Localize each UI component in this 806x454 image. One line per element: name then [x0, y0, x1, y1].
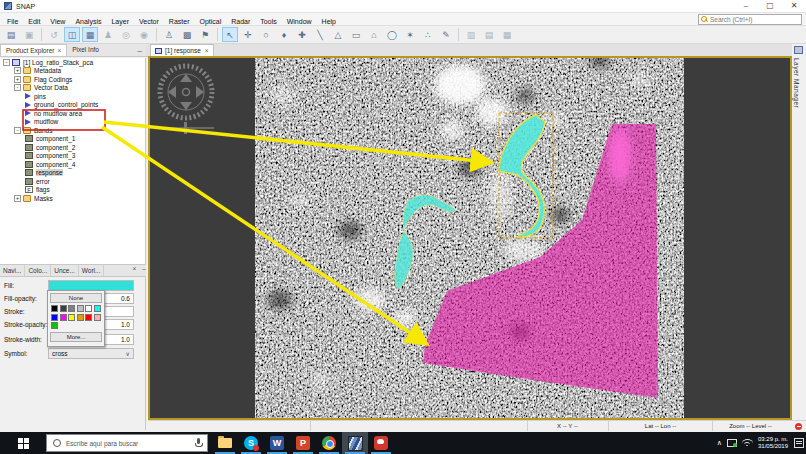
taskbar-app-word[interactable]: W: [264, 432, 290, 454]
tree-item-component-3[interactable]: component_3: [0, 152, 145, 161]
pin-manager-icon[interactable]: ♟: [100, 27, 116, 42]
clock[interactable]: 03:29 p. m. 31/05/2019: [758, 436, 788, 450]
tree-item-component-4[interactable]: component_4: [0, 160, 145, 169]
menu-file[interactable]: File: [2, 18, 23, 25]
color-swatch[interactable]: [60, 305, 67, 312]
color-swatch[interactable]: [51, 305, 58, 312]
menu-edit[interactable]: Edit: [23, 18, 45, 25]
tab-worl[interactable]: Worl...: [79, 265, 105, 276]
tree-item-component-1[interactable]: component_1: [0, 135, 145, 144]
select-tool-icon[interactable]: ↖: [222, 27, 238, 42]
tree-item-ground-control-points[interactable]: ground_control_points: [0, 101, 145, 110]
pin-insert-icon[interactable]: ♦: [276, 27, 292, 42]
menu-raster[interactable]: Raster: [164, 18, 195, 25]
tree-item--1-log-ratio-stack-pca[interactable]: -[1] Log_ratio_Stack_pca: [0, 58, 145, 67]
tree-item-flag-codings[interactable]: +Flag Codings: [0, 75, 145, 84]
taskbar-app-powerpoint[interactable]: P: [290, 432, 316, 454]
tree-item-masks[interactable]: +Masks: [0, 194, 145, 203]
color-swatch[interactable]: [85, 305, 92, 312]
tree-item-metadata[interactable]: +Metadata: [0, 67, 145, 76]
gcp-insert-icon[interactable]: ✚: [294, 27, 310, 42]
zoom-tool-icon[interactable]: ○: [258, 27, 274, 42]
status-stop-icon[interactable]: [795, 423, 802, 430]
tree-item-component-2[interactable]: component_2: [0, 143, 145, 152]
panel-minimize-icon[interactable]: –: [142, 265, 146, 276]
taskbar-app-esa-toolbox[interactable]: [368, 432, 394, 454]
menu-optical[interactable]: Optical: [194, 18, 226, 25]
tree-item-pins[interactable]: pins: [0, 92, 145, 101]
color-swatch[interactable]: [77, 305, 84, 312]
tree-item-response[interactable]: response: [0, 169, 145, 178]
menu-help[interactable]: Help: [317, 18, 341, 25]
maximize-button[interactable]: ▢: [758, 0, 782, 13]
close-icon[interactable]: ×: [205, 47, 209, 54]
symbol-dropdown[interactable]: cross∨: [48, 348, 134, 359]
taskbar-app-snap[interactable]: [342, 432, 368, 454]
ellipse-tool-icon[interactable]: ◯: [384, 27, 400, 42]
tree-item-no-mudflow-area[interactable]: no mudflow area: [0, 109, 145, 118]
gcp-manager-icon[interactable]: ◎: [118, 27, 134, 42]
menu-analysis[interactable]: Analysis: [70, 18, 106, 25]
layer-manager-icon[interactable]: [794, 46, 803, 54]
sar-image-canvas[interactable]: [150, 58, 790, 418]
close-icon[interactable]: ×: [132, 265, 136, 276]
pin-tool-icon[interactable]: ♙: [161, 27, 177, 42]
color-swatch[interactable]: [51, 322, 58, 329]
gcp-grid-icon[interactable]: ▩: [179, 27, 195, 42]
tab-product-explorer[interactable]: Product Explorer×: [0, 44, 67, 56]
taskbar-app-skype[interactable]: S: [238, 432, 264, 454]
range-finder-icon[interactable]: ∴: [420, 27, 436, 42]
show-layers-icon[interactable]: ◫: [64, 27, 80, 42]
tab-navi[interactable]: Navi...: [0, 265, 25, 276]
tree-item-bands[interactable]: -Bands: [0, 126, 145, 135]
tree-item-error[interactable]: error: [0, 177, 145, 186]
hidden-icons-icon[interactable]: ∧: [717, 439, 722, 447]
menu-radar[interactable]: Radar: [226, 18, 255, 25]
color-swatch[interactable]: [68, 305, 75, 312]
color-swatch[interactable]: [77, 314, 84, 321]
menu-window[interactable]: Window: [282, 18, 317, 25]
copy-icon[interactable]: ▣: [21, 27, 37, 42]
color-swatch[interactable]: [51, 314, 58, 321]
pixel-grid-icon[interactable]: ▦: [82, 27, 98, 42]
microphone-icon[interactable]: [195, 438, 201, 448]
menu-tools[interactable]: Tools: [255, 18, 281, 25]
taskbar-app-chrome[interactable]: [316, 432, 342, 454]
menu-view[interactable]: View: [45, 18, 70, 25]
color-more-button[interactable]: More...: [50, 332, 102, 342]
rectangle-tool-icon[interactable]: ▭: [348, 27, 364, 42]
tab-response-view[interactable]: [1] response ×: [150, 44, 214, 56]
flag-tool-icon[interactable]: ⚑: [197, 27, 213, 42]
pan-tool-icon[interactable]: ✛: [240, 27, 256, 42]
tab-unce[interactable]: Unce...: [51, 265, 79, 276]
close-icon[interactable]: ×: [57, 47, 61, 54]
color-swatch[interactable]: [94, 314, 101, 321]
color-none-button[interactable]: None: [50, 293, 102, 303]
split-vertical-icon[interactable]: ▤: [481, 27, 497, 42]
collapse-icon[interactable]: -: [3, 59, 10, 66]
minimize-button[interactable]: –: [734, 0, 758, 13]
split-grid-icon[interactable]: ▦: [499, 27, 515, 42]
color-swatch[interactable]: [60, 314, 67, 321]
wifi-icon[interactable]: [742, 439, 753, 448]
tree-item-mudflow[interactable]: mudflow: [0, 118, 145, 127]
world-map-icon[interactable]: ◉: [136, 27, 152, 42]
pencil-tool-icon[interactable]: ✎: [438, 27, 454, 42]
expand-icon[interactable]: +: [14, 76, 21, 83]
line-tool-icon[interactable]: ╲: [312, 27, 328, 42]
image-view[interactable]: [148, 56, 792, 420]
tab-pixel-info[interactable]: Pixel Info: [67, 44, 104, 56]
color-swatch[interactable]: [68, 314, 75, 321]
start-button[interactable]: [0, 432, 46, 454]
tree-item-vector-data[interactable]: -Vector Data: [0, 84, 145, 93]
menu-layer[interactable]: Layer: [106, 18, 134, 25]
collapse-icon[interactable]: -: [14, 84, 21, 91]
search-input[interactable]: Search (Ctrl+I): [698, 14, 802, 25]
reprojection-icon[interactable]: ↺: [46, 27, 62, 42]
color-swatch[interactable]: [94, 305, 101, 312]
split-horizontal-icon[interactable]: ▥: [463, 27, 479, 42]
close-button[interactable]: ✕: [782, 0, 806, 13]
menu-vector[interactable]: Vector: [134, 18, 164, 25]
taskbar-app-file-explorer[interactable]: [212, 432, 238, 454]
tree-item-flags[interactable]: Fflags: [0, 186, 145, 195]
